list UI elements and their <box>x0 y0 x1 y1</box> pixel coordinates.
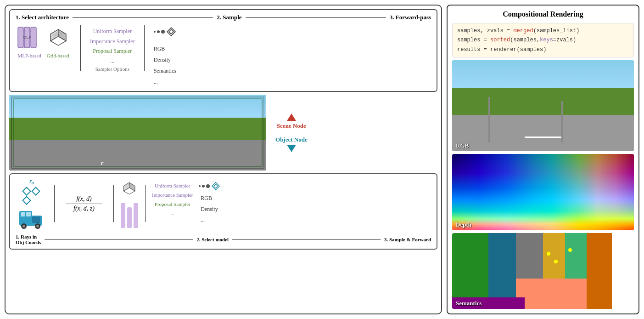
bottom-uniform: Uniform Sampler <box>152 182 193 191</box>
bottom-ray-chain <box>199 182 220 191</box>
svg-rect-28 <box>32 216 40 223</box>
frame-2 <box>13 98 263 167</box>
scene-node-arrow <box>287 114 296 121</box>
rgb-label: RGB <box>456 142 469 149</box>
frac-line <box>66 204 102 204</box>
rays-col: ro <box>16 178 48 229</box>
depth-label: Depth <box>456 221 471 228</box>
divider-2 <box>113 185 114 222</box>
bottom-dots: ... <box>152 209 193 218</box>
arch-items: MLP <box>16 25 71 50</box>
diamond-1 <box>22 187 31 196</box>
svg-marker-19 <box>169 29 174 34</box>
output-rgb: RGB <box>154 43 176 54</box>
bottom-importance: Importance Sampler <box>152 191 193 200</box>
bottom-proposal: Proposal Sampler <box>152 200 193 209</box>
bottom-step2: 2. Select model <box>196 237 229 242</box>
svg-marker-30 <box>123 182 129 191</box>
mlp-icon: MLP <box>16 25 39 50</box>
sampler-col: Uniform Sampler Importance Sampler Propo… <box>90 25 135 72</box>
svg-rect-2 <box>31 27 36 48</box>
bottom-ray-output: RGB Density ... <box>199 182 220 226</box>
bottom-step3: 3. Sample & Forward <box>384 237 431 242</box>
svg-marker-35 <box>213 184 218 188</box>
intersection-panel: Scene Node Ray-box Intersection Object N… <box>275 114 308 152</box>
formula-col: f(x, d) f(x, d, z) <box>61 195 107 212</box>
road-mark <box>525 137 561 138</box>
code-block: samples, zvals = merged(samples_list) sa… <box>452 23 634 57</box>
semantics-label: Semantics <box>456 300 482 307</box>
right-title: Compositional Rendering <box>452 10 634 18</box>
forward-outputs: RGB Density Semantics ... <box>154 43 176 87</box>
bottom-sampler-col: Uniform Sampler Importance Sampler Propo… <box>152 182 193 218</box>
sampler-dots: ... <box>90 57 135 67</box>
output-density: Density <box>154 54 176 65</box>
formula-top: f(x, d) <box>76 195 91 203</box>
step1-label: 1. Select architecture <box>16 14 69 21</box>
bottom-camera-icon <box>211 182 220 191</box>
pole-2 <box>561 101 563 142</box>
rgb-trees <box>452 88 634 115</box>
b-dot-3 <box>206 184 210 188</box>
output-dots: ... <box>154 76 176 87</box>
code-line-2: samples = sorted(samples,keys=zvals) <box>457 35 629 45</box>
code-fn-merged: merged <box>513 28 533 34</box>
bottom-dots2: ... <box>201 215 218 226</box>
sem-dot-1 <box>547 252 550 256</box>
scene-node-label: Scene Node <box>277 122 306 130</box>
top-content: MLP <box>16 25 431 87</box>
object-node-group: Object Node <box>275 136 308 152</box>
camera-icon <box>166 27 176 37</box>
step-labels-row: 1. Select architecture 2. Sample 3. Forw… <box>16 14 431 21</box>
object-node-label: Object Node <box>275 136 308 143</box>
svg-rect-23 <box>26 212 31 216</box>
bottom-rgb: RGB <box>201 193 218 204</box>
bottom-line-1 <box>45 239 193 240</box>
forward-col: RGB Density Semantics ... <box>154 25 176 87</box>
bottom-density: Density <box>201 204 218 215</box>
mlp-label: MLP-based <box>17 53 41 58</box>
step2-label: 2. Sample <box>217 14 241 21</box>
sem-dot-2 <box>554 260 558 263</box>
sampler-options: Uniform Sampler Importance Sampler Propo… <box>90 27 135 66</box>
divider-3 <box>145 185 146 222</box>
svg-rect-22 <box>21 212 25 216</box>
svg-point-25 <box>22 225 25 228</box>
arch-col: MLP <box>16 25 71 58</box>
divider-1 <box>54 185 55 222</box>
ray-diamonds <box>22 187 41 205</box>
pole-1 <box>488 97 490 142</box>
b-dot-2 <box>202 185 205 188</box>
right-panel: Compositional Rendering samples, zvals =… <box>447 5 639 314</box>
top-section: 1. Select architecture 2. Sample 3. Forw… <box>9 9 437 92</box>
depth-overlay <box>452 154 634 230</box>
svg-marker-12 <box>58 29 66 41</box>
step-line-1 <box>73 17 213 18</box>
small-grid-cube <box>120 179 139 198</box>
ro-label: ro <box>29 178 34 185</box>
bottom-top-row: ro <box>16 178 431 229</box>
svg-marker-31 <box>129 182 135 191</box>
rgb-scene-bg <box>452 60 634 151</box>
code-line-1: samples, zvals = merged(samples_list) <box>457 26 629 35</box>
semantics-scene-bg <box>452 233 634 309</box>
code-fn-sorted: sorted <box>490 37 510 43</box>
diamond-2 <box>31 187 40 196</box>
semantics-image: Semantics <box>452 233 634 309</box>
step-line-2 <box>246 17 386 18</box>
bottom-labels-row: 1. Rays in Obj Coords 2. Select model 3.… <box>16 234 431 245</box>
rgb-road <box>452 115 634 151</box>
sem-7 <box>587 233 612 309</box>
ray-chain <box>154 27 176 37</box>
bottom-section: ro <box>9 173 437 250</box>
street-image: r <box>9 95 266 171</box>
sem-3 <box>516 233 543 279</box>
b-dot-1 <box>199 185 201 187</box>
van-icon <box>17 206 47 229</box>
uniform-sampler-label: Uniform Sampler <box>90 27 135 37</box>
bottom-forward-col: RGB Density ... <box>201 193 218 226</box>
mlp-bars <box>121 200 138 228</box>
arch-labels: MLP-based Grid-based <box>17 53 69 58</box>
dot-1 <box>154 31 156 33</box>
formula-fraction: f(x, d) f(x, d, z) <box>66 195 102 212</box>
